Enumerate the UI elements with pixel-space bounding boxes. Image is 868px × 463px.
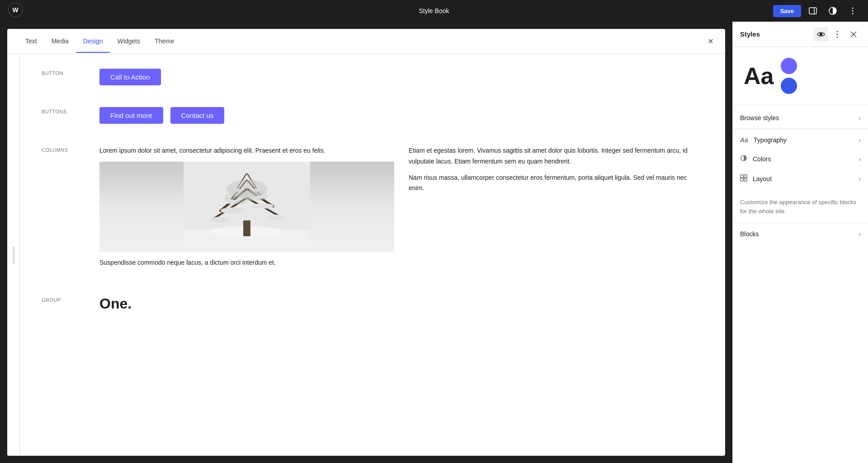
group-text: One. bbox=[99, 295, 703, 312]
layout-item-left: Layout bbox=[740, 174, 772, 183]
snow-tree-svg bbox=[99, 162, 394, 252]
wordpress-logo-icon: W bbox=[7, 2, 24, 18]
layout-label: Layout bbox=[753, 175, 772, 182]
dark-mode-button[interactable] bbox=[825, 3, 841, 19]
col1-image bbox=[99, 162, 394, 252]
svg-rect-11 bbox=[243, 220, 250, 236]
col1-caption: Suspendisse commodo neque lacus, a dictu… bbox=[99, 257, 394, 268]
toggle-sidebar-button[interactable] bbox=[805, 3, 821, 19]
more-options-button[interactable] bbox=[844, 3, 861, 19]
section-label-group: GROUP bbox=[42, 295, 78, 303]
svg-point-28 bbox=[243, 170, 250, 173]
section-content-columns: Lorem ipsum dolor sit amet, consectetur … bbox=[99, 145, 703, 274]
col1-text: Lorem ipsum dolor sit amet, consectetur … bbox=[99, 145, 394, 156]
cta-button[interactable]: Call to Action bbox=[99, 69, 161, 85]
sidebar-more-button[interactable] bbox=[830, 27, 844, 42]
tab-media[interactable]: Media bbox=[44, 30, 76, 53]
save-button[interactable]: Save bbox=[773, 5, 801, 17]
svg-rect-40 bbox=[744, 175, 747, 178]
sidebar-divider-2 bbox=[733, 223, 868, 223]
colors-label: Colors bbox=[753, 155, 771, 163]
section-buttons: BUTTONS Find out more Contact us bbox=[42, 107, 703, 124]
tab-widgets[interactable]: Widgets bbox=[110, 30, 147, 53]
section-label-columns: COLUMNS bbox=[42, 145, 78, 153]
blocks-chevron: › bbox=[859, 230, 861, 238]
layout-icon bbox=[740, 174, 747, 183]
tab-design[interactable]: Design bbox=[76, 30, 110, 53]
svg-rect-42 bbox=[744, 178, 747, 181]
layout-chevron: › bbox=[859, 175, 861, 182]
color-circle-blue bbox=[781, 78, 797, 94]
section-content-button: Call to Action bbox=[99, 69, 703, 85]
svg-point-21 bbox=[252, 203, 274, 209]
canvas-wrapper: Text Media Design Widgets Theme × bbox=[0, 22, 732, 463]
tab-theme[interactable]: Theme bbox=[147, 30, 182, 53]
section-group: GROUP One. bbox=[42, 295, 703, 312]
colors-item[interactable]: Colors › bbox=[733, 149, 868, 169]
section-label-buttons: BUTTONS bbox=[42, 107, 78, 114]
section-label-button: BUTTON bbox=[42, 69, 78, 76]
svg-rect-41 bbox=[741, 178, 743, 181]
find-out-more-button[interactable]: Find out more bbox=[99, 107, 163, 124]
browse-styles-chevron: › bbox=[859, 114, 861, 122]
col2-para1: Etiam et egestas lorem. Vivamus sagittis… bbox=[409, 145, 703, 167]
blocks-item[interactable]: Blocks › bbox=[733, 225, 868, 243]
sidebar-header: Styles bbox=[733, 22, 868, 47]
sidebar-title: Styles bbox=[740, 30, 814, 38]
sidebar-toggle-icon bbox=[808, 6, 817, 15]
col2-para2: Nam risus massa, ullamcorper consectetur… bbox=[409, 173, 703, 194]
top-bar-actions: Save bbox=[773, 3, 861, 19]
more-options-icon bbox=[848, 6, 857, 15]
colors-chevron: › bbox=[859, 155, 861, 163]
top-bar: W Style Book Save bbox=[0, 0, 868, 22]
svg-point-33 bbox=[837, 31, 838, 32]
sidebar-more-icon bbox=[833, 30, 842, 39]
svg-point-34 bbox=[837, 33, 838, 35]
layout-item[interactable]: Layout › bbox=[733, 169, 868, 189]
top-bar-title: Style Book bbox=[419, 7, 449, 14]
style-preview-circles bbox=[781, 58, 797, 94]
colors-item-left: Colors bbox=[740, 154, 771, 164]
section-content-buttons: Find out more Contact us bbox=[99, 107, 703, 124]
wp-logo: W bbox=[7, 2, 24, 20]
svg-point-35 bbox=[837, 36, 838, 37]
section-content-group: One. bbox=[99, 295, 703, 312]
typography-label: Typography bbox=[754, 136, 787, 144]
style-preview: Aa bbox=[733, 47, 868, 105]
svg-point-23 bbox=[267, 215, 285, 220]
svg-point-20 bbox=[221, 207, 246, 214]
sidebar-description: Customize the appearance of specific blo… bbox=[733, 192, 868, 221]
svg-point-32 bbox=[820, 33, 822, 36]
svg-text:W: W bbox=[12, 6, 19, 14]
sidebar-close-button[interactable] bbox=[846, 27, 861, 42]
svg-point-6 bbox=[852, 10, 854, 12]
browse-styles-label: Browse styles bbox=[740, 114, 779, 122]
columns-layout: Lorem ipsum dolor sit amet, consectetur … bbox=[99, 145, 703, 274]
close-button[interactable]: × bbox=[703, 34, 718, 49]
sidebar-header-icons bbox=[814, 27, 861, 42]
left-gutter-handle bbox=[13, 246, 14, 264]
column-1: Lorem ipsum dolor sit amet, consectetur … bbox=[99, 145, 394, 274]
svg-point-22 bbox=[210, 217, 230, 222]
contact-us-button[interactable]: Contact us bbox=[170, 107, 225, 124]
style-book-main: BUTTON Call to Action BUTTONS Find out m… bbox=[20, 54, 725, 456]
tab-text[interactable]: Text bbox=[18, 30, 44, 53]
section-button: BUTTON Call to Action bbox=[42, 69, 703, 85]
buttons-row: Find out more Contact us bbox=[99, 107, 703, 124]
browse-styles-item[interactable]: Browse styles › bbox=[733, 109, 868, 127]
typography-item[interactable]: Aa Typography › bbox=[733, 131, 868, 149]
main-area: Text Media Design Widgets Theme × bbox=[0, 22, 868, 463]
sidebar-menu: Browse styles › Aa Typography › bbox=[733, 105, 868, 192]
layout-grid-icon bbox=[740, 174, 747, 182]
style-book-content: BUTTON Call to Action BUTTONS Find out m… bbox=[7, 54, 725, 456]
svg-point-31 bbox=[242, 190, 268, 201]
eye-icon bbox=[816, 30, 826, 39]
typography-item-left: Aa Typography bbox=[740, 136, 787, 144]
svg-point-5 bbox=[852, 8, 854, 9]
section-columns: COLUMNS Lorem ipsum dolor sit amet, cons… bbox=[42, 145, 703, 274]
styles-preview-button[interactable] bbox=[814, 27, 828, 42]
typography-chevron: › bbox=[859, 136, 861, 144]
colors-circle-icon bbox=[740, 154, 747, 162]
colors-icon bbox=[740, 154, 747, 164]
svg-point-7 bbox=[852, 13, 854, 14]
